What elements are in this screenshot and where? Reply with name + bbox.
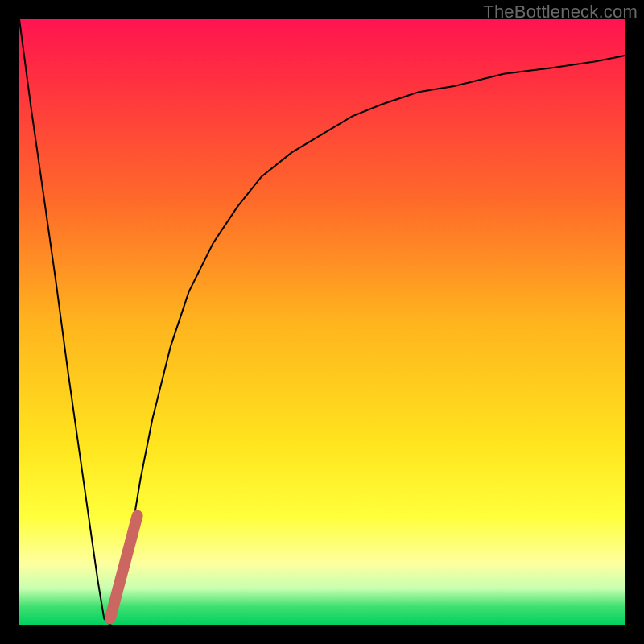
chart-svg <box>19 19 625 625</box>
highlight-segment <box>110 516 138 619</box>
chart-frame: TheBottleneck.com <box>0 0 644 644</box>
bottleneck-curve <box>19 19 625 625</box>
plot-area <box>19 19 625 625</box>
